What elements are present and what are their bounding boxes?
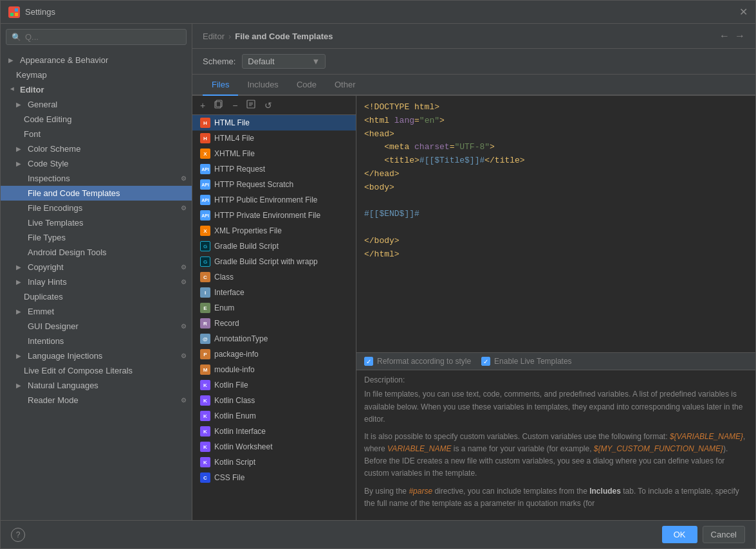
enum-file-icon: E	[200, 303, 210, 313]
file-item-kotlin-class[interactable]: K Kotlin Class	[192, 393, 356, 408]
sidebar-item-intentions[interactable]: Intentions	[1, 334, 192, 348]
chevron-right-icon: ▶	[16, 145, 24, 152]
split-panel: + − ↺ H HTML File	[192, 96, 755, 520]
file-item-kotlin-enum[interactable]: K Kotlin Enum	[192, 408, 356, 424]
sidebar-item-inlay-hints[interactable]: ▶ Inlay Hints ⚙	[1, 274, 192, 289]
chevron-right-icon: ▶	[16, 101, 24, 108]
help-button[interactable]: ?	[11, 528, 25, 542]
file-item-name: Kotlin Enum	[214, 411, 256, 420]
chevron-right-icon: ▶	[16, 264, 24, 271]
scheme-value: Default	[248, 57, 274, 66]
sidebar-item-live-templates[interactable]: Live Templates	[1, 215, 192, 230]
file-item-enum[interactable]: E Enum	[192, 300, 356, 316]
file-item-xml[interactable]: X XML Properties File	[192, 223, 356, 239]
file-item-record[interactable]: R Record	[192, 316, 356, 331]
code-line-1: <!DOCTYPE html>	[364, 101, 748, 114]
editor-panel: <!DOCTYPE html> <html lang="en"> <head> …	[356, 96, 755, 520]
sidebar-item-label: Code Editing	[24, 114, 71, 124]
file-item-name: HTTP Request Scratch	[214, 180, 293, 189]
file-list-panel: + − ↺ H HTML File	[192, 96, 356, 520]
settings-icon: ⚙	[181, 264, 187, 271]
sidebar-item-duplicates[interactable]: Duplicates	[1, 289, 192, 304]
sidebar-item-inspections[interactable]: Inspections ⚙	[1, 171, 192, 186]
sidebar-item-label: Keymap	[16, 70, 47, 80]
sidebar-item-file-code-templates[interactable]: File and Code Templates	[1, 186, 192, 201]
add-template-button[interactable]: +	[198, 99, 208, 112]
search-input[interactable]	[25, 32, 181, 42]
copy-template-button[interactable]	[212, 98, 226, 112]
file-item-http-private[interactable]: API HTTP Private Environment File	[192, 208, 356, 223]
forward-button[interactable]: →	[735, 30, 745, 42]
file-item-annotation[interactable]: @ AnnotationType	[192, 331, 356, 346]
sidebar-item-keymap[interactable]: Keymap	[1, 68, 192, 82]
sidebar-item-reader-mode[interactable]: Reader Mode ⚙	[1, 393, 192, 408]
live-templates-checkbox[interactable]: ✓	[481, 357, 490, 366]
sidebar-item-code-style[interactable]: ▶ Code Style	[1, 156, 192, 171]
reset-template-button[interactable]: ↺	[262, 99, 275, 112]
file-item-name: Interface	[214, 288, 244, 297]
back-button[interactable]: ←	[719, 30, 730, 42]
sidebar-item-natural-languages[interactable]: ▶ Natural Languages	[1, 378, 192, 393]
code-editor[interactable]: <!DOCTYPE html> <html lang="en"> <head> …	[356, 96, 755, 352]
module-info-file-icon: M	[200, 364, 210, 375]
file-item-http[interactable]: API HTTP Request	[192, 161, 356, 177]
sidebar-item-language-injections[interactable]: ▶ Language Injections ⚙	[1, 348, 192, 363]
sidebar-item-gui-designer[interactable]: GUI Designer ⚙	[1, 319, 192, 334]
file-item-gradle-wrapper[interactable]: G Gradle Build Script with wrapp	[192, 254, 356, 269]
sidebar-item-code-editing[interactable]: Code Editing	[1, 112, 192, 127]
sidebar-item-android-design[interactable]: Android Design Tools	[1, 245, 192, 260]
file-item-kotlin-worksheet[interactable]: K Kotlin Worksheet	[192, 439, 356, 455]
sidebar-item-general[interactable]: ▶ General	[1, 97, 192, 112]
file-item-name: XML Properties File	[214, 226, 282, 235]
sidebar-item-label: Color Scheme	[28, 144, 80, 154]
file-item-gradle[interactable]: G Gradle Build Script	[192, 239, 356, 254]
class-file-icon: C	[200, 272, 210, 282]
cancel-button[interactable]: Cancel	[703, 526, 745, 543]
file-item-module-info[interactable]: M module-info	[192, 362, 356, 377]
file-item-package-info[interactable]: P package-info	[192, 346, 356, 362]
file-item-kotlin-interface[interactable]: K Kotlin Interface	[192, 424, 356, 439]
move-template-button[interactable]	[244, 98, 258, 112]
file-item-http-scratch[interactable]: API HTTP Request Scratch	[192, 177, 356, 192]
sidebar-item-copyright[interactable]: ▶ Copyright ⚙	[1, 260, 192, 274]
reformat-checkbox-group[interactable]: ✓ Reformat according to style	[364, 357, 471, 366]
file-item-xhtml[interactable]: X XHTML File	[192, 146, 356, 161]
sidebar-item-label: Code Style	[28, 159, 69, 168]
sidebar-item-file-types[interactable]: File Types	[1, 230, 192, 245]
sidebar-item-emmet[interactable]: ▶ Emmet	[1, 304, 192, 319]
kotlin-file-icon: K	[200, 380, 210, 390]
file-item-name: Enum	[214, 303, 234, 312]
file-item-kotlin-script[interactable]: K Kotlin Script	[192, 455, 356, 470]
tab-code[interactable]: Code	[288, 75, 326, 96]
sidebar-item-label: Inlay Hints	[28, 277, 67, 287]
scheme-dropdown[interactable]: Default ▼	[242, 54, 326, 69]
sidebar-item-appearance[interactable]: ▶ Appearance & Behavior	[1, 53, 192, 68]
sidebar-item-label: Inspections	[28, 174, 70, 183]
file-item-css[interactable]: C CSS File	[192, 470, 356, 485]
http-scratch-file-icon: API	[200, 179, 210, 190]
svg-rect-1	[15, 8, 18, 12]
tab-other[interactable]: Other	[326, 75, 365, 96]
sidebar-item-editor[interactable]: ▼ Editor	[1, 82, 192, 97]
file-item-kotlin-file[interactable]: K Kotlin File	[192, 377, 356, 393]
file-item-http-public[interactable]: API HTTP Public Environment File	[192, 192, 356, 208]
sidebar-item-color-scheme[interactable]: ▶ Color Scheme	[1, 141, 192, 156]
file-item-interface[interactable]: I Interface	[192, 285, 356, 300]
search-box[interactable]: 🔍	[6, 29, 187, 45]
http-public-file-icon: API	[200, 195, 210, 205]
sidebar-item-file-encodings[interactable]: File Encodings ⚙	[1, 201, 192, 215]
tab-files[interactable]: Files	[203, 75, 238, 96]
reformat-checkbox[interactable]: ✓	[364, 357, 373, 366]
sidebar-item-live-edit[interactable]: Live Edit of Compose Literals	[1, 363, 192, 378]
file-item-html[interactable]: H HTML File	[192, 115, 356, 130]
ok-button[interactable]: OK	[662, 526, 697, 543]
live-templates-checkbox-group[interactable]: ✓ Enable Live Templates	[481, 357, 572, 366]
file-item-class[interactable]: C Class	[192, 269, 356, 285]
remove-template-button[interactable]: −	[230, 99, 240, 112]
sidebar-item-font[interactable]: Font	[1, 127, 192, 141]
sidebar-item-label: Intentions	[28, 336, 64, 346]
tab-includes[interactable]: Includes	[238, 75, 287, 96]
file-item-html4[interactable]: H HTML4 File	[192, 130, 356, 146]
close-button[interactable]: ✕	[739, 6, 748, 18]
code-line-7: <body>	[364, 181, 748, 195]
